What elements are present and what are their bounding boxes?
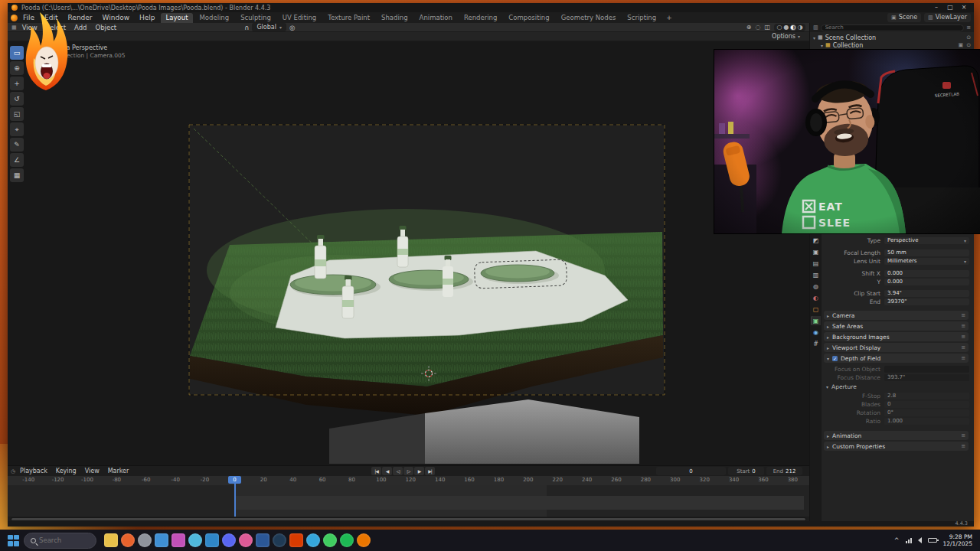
show-overlays-icon[interactable]: ◌ [755,24,760,31]
options-dropdown[interactable]: Options [772,33,795,40]
viewport-menu-item[interactable]: Add [70,23,90,32]
panel-section[interactable]: Viewport Display [824,343,969,352]
workspace-tab[interactable]: Texture Paint [322,13,375,23]
hidden-icons-chevron[interactable]: ^ [894,537,900,544]
taskbar-app-blender[interactable] [357,533,371,547]
lens-unit-dropdown[interactable]: Millimeters [884,258,969,265]
properties-tab-output[interactable]: ▤ [811,259,821,268]
panel-section[interactable]: Animation [824,431,969,440]
aperture-subsection[interactable]: Aperture [823,383,971,391]
scene-selector[interactable]: ▣ Scene [887,13,921,22]
current-frame-field[interactable]: 0 [656,467,726,475]
shift-y-field[interactable]: 0.000 [884,279,969,285]
tool-button-annotate[interactable]: ✎ [10,138,24,152]
focal-length-field[interactable]: 50 mm [884,249,969,256]
workspace-tab[interactable]: UV Editing [277,13,322,23]
frame-end-field[interactable]: End212 [766,467,802,475]
maximize-button[interactable]: □ [944,3,956,12]
show-gizmo-icon[interactable]: ⊕ [746,24,752,31]
fstop-field[interactable]: 2.8 [884,393,969,399]
shading-mode-material-preview[interactable]: ◐ [790,24,796,31]
tool-button-measure[interactable]: ∠ [10,153,24,167]
tool-button-cursor[interactable]: ⊕ [10,61,24,75]
shading-mode-rendered[interactable]: ◑ [797,24,803,31]
focus-object-field[interactable] [884,366,969,373]
timeline-menu-item[interactable]: Keying [52,466,80,476]
eye-icon[interactable]: ⊙ [966,34,971,41]
render-visibility-icon[interactable]: ▣ [959,42,964,48]
panel-section[interactable]: Custom Properties [824,442,969,451]
blender-menu-icon[interactable] [11,15,18,21]
workspace-tab[interactable]: Animation [414,13,458,23]
taskbar-app-word[interactable] [256,533,270,547]
tool-button-select-box[interactable]: ▭ [10,46,24,60]
timeline-editor-icon[interactable]: ◷ [11,468,15,474]
minimize-button[interactable]: – [930,3,942,12]
outliner-row-scene-collection[interactable]: ▾ ▦ Scene Collection ⊙ [810,34,974,41]
workspace-tab[interactable]: Rendering [459,13,502,23]
shading-mode-solid[interactable]: ● [783,24,789,31]
playhead-frame-badge[interactable]: 0 [228,476,241,484]
blades-field[interactable]: 0 [884,401,969,408]
snap-magnet-icon[interactable]: ∩ [244,24,249,31]
taskbar-app-discord[interactable] [222,533,236,547]
properties-tab-scene[interactable]: ◍ [811,282,821,291]
transport-button-prev-keyframe[interactable]: ◀ [382,467,392,475]
timeline-tracks[interactable] [8,485,809,517]
dof-checkbox[interactable]: ✓ [832,356,838,361]
ratio-field[interactable]: 1.000 [884,418,969,425]
workspace-tab[interactable]: Geometry Nodes [556,13,622,23]
timeline-ruler[interactable]: -140-120-100-80-60-40-200204060801001201… [8,476,809,485]
close-button[interactable]: × [958,3,970,12]
menu-item[interactable]: Window [98,13,135,23]
workspace-tab[interactable]: Shading [376,13,413,23]
panel-section[interactable]: Background Images [824,332,969,341]
workspace-tab[interactable]: Layout [161,13,194,23]
rotation-field[interactable]: 0° [884,409,969,416]
viewport-menu-item[interactable]: Object [92,23,121,32]
workspace-tab[interactable]: Modeling [194,13,234,23]
transport-button-jump-end[interactable]: ▶| [425,467,435,475]
properties-tab-object-data-camera[interactable]: ▣ [811,316,821,325]
network-icon[interactable] [906,538,912,543]
camera-type-dropdown[interactable]: Perspective [884,237,969,244]
search-input[interactable] [39,536,87,544]
taskbar-app-paint[interactable] [188,533,202,547]
panel-section[interactable]: Camera [824,311,969,320]
shift-x-field[interactable]: 0.000 [884,270,969,277]
toggle-xray-icon[interactable]: ◫ [764,24,770,31]
transport-button-next-keyframe[interactable]: ▶ [414,467,424,475]
tool-button-scale[interactable]: ◱ [10,107,24,121]
volume-icon[interactable] [918,537,922,543]
timeline-menu-item[interactable]: Playback [16,466,51,476]
timeline-menu-item[interactable]: View [81,466,103,476]
properties-tab-object[interactable]: ▢ [811,305,821,314]
properties-tab-constraints[interactable]: # [811,339,821,348]
taskbar-search[interactable] [24,533,96,549]
filter-icon[interactable]: ≡ [966,24,971,31]
workspace-tab[interactable]: Scripting [622,13,662,23]
clock[interactable]: 9:28 PM 12/1/2025 [943,533,972,547]
focus-distance-field[interactable]: 393.7" [884,374,969,381]
taskbar-app-clip-studio[interactable] [239,533,253,547]
transform-orientation-dropdown[interactable]: Global ▾ [252,23,286,31]
proportional-edit-icon[interactable]: ◎ [289,24,295,31]
editor-type-icon[interactable]: ▦ [11,24,17,31]
taskbar-app-whatsapp[interactable] [323,533,337,547]
add-workspace-button[interactable]: + [662,14,676,21]
outliner-editor-icon[interactable]: ▥ [813,24,818,31]
properties-tab-view-layer[interactable]: ▥ [811,270,821,279]
taskbar-app-photos[interactable] [172,533,185,547]
taskbar-app-mail[interactable] [155,533,168,547]
workspace-tab[interactable]: Sculpting [235,13,276,23]
tool-button-move[interactable]: + [10,77,24,90]
start-button[interactable] [8,535,19,546]
taskbar-app-file-explorer[interactable] [104,533,118,547]
shading-mode-wireframe[interactable]: ○ [776,24,782,31]
workspace-tab[interactable]: Compositing [503,13,554,23]
viewport-canvas[interactable] [8,41,809,465]
clip-end-field[interactable]: 39370" [884,298,969,305]
depth-of-field-section[interactable]: ✓ Depth of Field [824,354,969,363]
taskbar-app-vscode[interactable] [205,533,219,547]
expand-caret-icon[interactable]: ▾ [821,43,823,48]
